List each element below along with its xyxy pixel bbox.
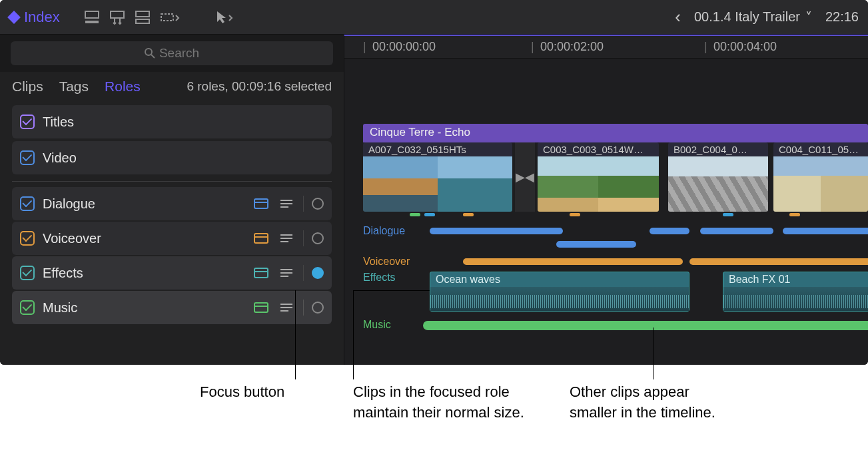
audio-bar[interactable]: [430, 228, 563, 234]
role-label: Voiceover: [43, 231, 101, 246]
audio-bar[interactable]: [783, 228, 868, 234]
subroles-icon[interactable]: [278, 266, 295, 280]
view-mode-3-icon[interactable]: [135, 10, 152, 25]
audio-lanes: Dialogue Voiceover: [363, 224, 868, 333]
video-clip[interactable]: C004_C011_05…: [773, 142, 868, 212]
toolbar-right: ‹ 00.1.4 Italy Trailer ˅ 22:16: [675, 7, 859, 27]
view-mode-1-icon[interactable]: [84, 10, 101, 25]
svg-line-7: [151, 55, 155, 58]
role-label: Music: [43, 300, 77, 316]
svg-point-6: [145, 49, 152, 55]
search-input[interactable]: Search: [11, 41, 333, 65]
transition-icon[interactable]: ▶◀: [515, 142, 535, 212]
lane-view-icon[interactable]: [252, 266, 270, 280]
audio-bar[interactable]: [556, 241, 636, 248]
timeline[interactable]: | 00:00:00:00 | 00:00:02:00 | 00:00:04:0…: [344, 35, 868, 365]
index-sidebar: Search Clips Tags Roles 6 roles, 00:09:1…: [0, 35, 344, 365]
role-row-music[interactable]: Music: [12, 291, 332, 324]
search-wrapper: Search: [0, 35, 344, 72]
timeline-body[interactable]: Cinque Terre - Echo A007_C032_0515HTs ▶◀…: [344, 59, 868, 365]
title-clip[interactable]: Cinque Terre - Echo: [363, 124, 868, 142]
lane-music: Music: [363, 320, 868, 333]
subroles-icon[interactable]: [278, 301, 295, 314]
leader-line: [653, 328, 653, 379]
view-mode-4-icon[interactable]: [160, 10, 180, 25]
lane-view-icon[interactable]: [252, 301, 270, 314]
search-icon: [145, 48, 155, 59]
checkbox-icon[interactable]: [20, 266, 35, 280]
lane-label: Effects: [363, 272, 396, 284]
diamond-icon: [7, 11, 21, 24]
lane-label: Dialogue: [363, 225, 423, 237]
audio-bar[interactable]: [689, 258, 868, 265]
svg-rect-4: [136, 19, 149, 23]
clip-label: C004_C011_05…: [773, 142, 868, 156]
callout-other-clips: Other clips appear smaller in the timeli…: [570, 382, 729, 423]
waveform-icon: [723, 287, 868, 311]
checkbox-icon[interactable]: [20, 231, 35, 246]
fx-clip-label: Beach FX 01: [723, 272, 868, 287]
back-icon[interactable]: ‹: [675, 7, 681, 27]
role-label: Dialogue: [43, 196, 95, 212]
checkbox-icon[interactable]: [20, 114, 35, 129]
video-clip-row: A007_C032_0515HTs ▶◀ C003_C003_0514W…: [363, 142, 868, 212]
svg-rect-13: [254, 234, 268, 243]
tab-tags[interactable]: Tags: [59, 79, 89, 95]
focus-button[interactable]: [312, 198, 324, 210]
tab-clips[interactable]: Clips: [12, 79, 43, 95]
video-clip[interactable]: B002_C004_0…: [668, 142, 768, 212]
tab-roles[interactable]: Roles: [105, 79, 141, 95]
app-window: Index ‹ 00.1.4 Italy Trailer ˅ 22:16 Sea…: [0, 0, 868, 365]
role-row-titles[interactable]: Titles: [12, 105, 332, 138]
index-label: Index: [24, 9, 60, 26]
lane-view-icon[interactable]: [252, 197, 270, 210]
audio-bar[interactable]: [700, 228, 773, 234]
effects-clip[interactable]: Beach FX 01: [723, 272, 868, 312]
subroles-icon[interactable]: [278, 197, 295, 210]
ruler-tick: 00:00:02:00: [540, 40, 604, 54]
subroles-icon[interactable]: [278, 232, 295, 245]
clip-label: A007_C032_0515HTs: [363, 142, 512, 156]
project-menu[interactable]: 00.1.4 Italy Trailer ˅: [694, 9, 812, 25]
svg-rect-2: [111, 11, 124, 18]
audio-bar[interactable]: [650, 228, 689, 234]
focus-button[interactable]: [312, 267, 324, 279]
ruler-tick: 00:00:00:00: [372, 40, 436, 54]
checkbox-icon[interactable]: [20, 300, 35, 315]
lane-view-icon[interactable]: [252, 232, 270, 245]
svg-rect-23: [254, 303, 268, 312]
index-button[interactable]: Index: [9, 9, 60, 26]
role-row-dialogue[interactable]: Dialogue: [12, 187, 332, 220]
video-clip[interactable]: A007_C032_0515HTs: [363, 142, 512, 212]
lane-effects: Effects Ocean waves Beach FX 01: [363, 272, 868, 316]
checkbox-icon[interactable]: [20, 150, 35, 165]
checkbox-icon[interactable]: [20, 196, 35, 211]
clip-label: B002_C004_0…: [668, 142, 768, 156]
focus-button[interactable]: [312, 302, 324, 314]
main-area: Search Clips Tags Roles 6 roles, 00:09:1…: [0, 35, 868, 365]
lane-voiceover: Voiceover: [363, 254, 868, 269]
svg-rect-5: [161, 14, 173, 21]
audio-bar[interactable]: [463, 258, 683, 265]
effects-clip[interactable]: Ocean waves: [430, 272, 689, 312]
callout-focus-button: Focus button: [200, 382, 284, 403]
audio-bar[interactable]: [423, 321, 868, 330]
leader-line: [353, 290, 354, 379]
toolbar-view-modes: [84, 10, 234, 25]
timecode-display: 22:16: [825, 9, 859, 25]
waveform-icon: [430, 287, 689, 311]
time-ruler[interactable]: | 00:00:00:00 | 00:00:02:00 | 00:00:04:0…: [344, 36, 868, 59]
svg-rect-1: [85, 21, 99, 23]
project-name: 00.1.4 Italy Trailer: [694, 9, 800, 25]
video-clip[interactable]: C003_C003_0514W…: [538, 142, 659, 212]
role-row-video[interactable]: Video: [12, 141, 332, 174]
roles-status: 6 roles, 00:09:16 selected: [187, 79, 332, 94]
role-row-voiceover[interactable]: Voiceover: [12, 222, 332, 255]
pointer-tool-icon[interactable]: [215, 10, 234, 25]
svg-rect-18: [254, 268, 268, 278]
view-mode-2-icon[interactable]: [109, 10, 127, 25]
lane-dialogue-2: [363, 241, 868, 252]
role-row-effects[interactable]: Effects: [12, 256, 332, 290]
focus-button[interactable]: [312, 232, 324, 244]
svg-rect-0: [85, 11, 99, 18]
